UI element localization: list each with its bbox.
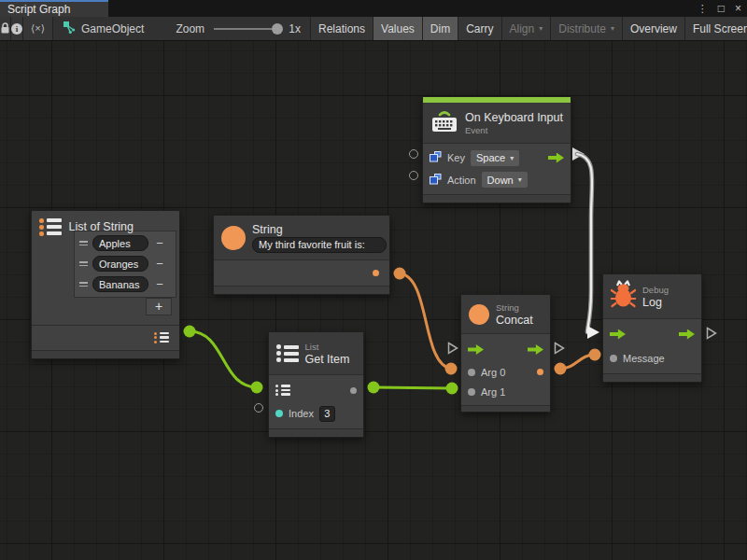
align-dropdown[interactable]: Align ▾ xyxy=(502,17,552,40)
string-value-input[interactable] xyxy=(252,237,387,253)
lock-button[interactable] xyxy=(0,17,11,40)
edit-source-button[interactable]: ⟨×⟩ xyxy=(23,17,53,40)
unconnected-trigger-triangle[interactable] xyxy=(554,342,565,355)
list-editor: − − − xyxy=(74,231,176,298)
code-icon: ⟨×⟩ xyxy=(31,22,45,35)
index-input-row: Index xyxy=(269,402,363,425)
info-icon: i xyxy=(11,23,22,35)
list-item-row: − xyxy=(78,234,173,253)
list-input-port-icon[interactable] xyxy=(275,385,290,396)
node-get-item[interactable]: List Get Item Index xyxy=(268,331,364,438)
list-output-port-icon[interactable] xyxy=(154,332,169,343)
graph-toolbar: i ⟨×⟩ GameObject Zoom 1x Relations xyxy=(0,17,747,41)
string-output-port[interactable] xyxy=(373,270,379,276)
trigger-out-arrow[interactable] xyxy=(548,153,564,163)
list-item-input[interactable] xyxy=(92,276,148,292)
keyboard-icon xyxy=(430,108,458,137)
chevron-down-icon: ▾ xyxy=(518,175,522,184)
drag-handle-icon[interactable] xyxy=(78,282,89,287)
node-title: On Keyboard Input xyxy=(465,111,563,124)
drag-handle-icon[interactable] xyxy=(78,241,89,245)
unconnected-port-circle[interactable] xyxy=(409,149,418,159)
item-output-port[interactable] xyxy=(350,387,357,394)
key-dropdown[interactable]: Space ▾ xyxy=(471,150,519,166)
add-item-button[interactable]: + xyxy=(146,298,172,315)
relations-toggle[interactable]: Relations xyxy=(311,17,374,40)
zoom-label: Zoom xyxy=(176,22,204,35)
concat-wire xyxy=(560,355,595,369)
node-title: Get Item xyxy=(305,353,350,366)
distribute-dropdown[interactable]: Distribute ▾ xyxy=(551,17,623,40)
arg1-input-port[interactable] xyxy=(468,388,475,396)
chevron-down-icon: ▾ xyxy=(539,24,543,33)
arg1-label: Arg 1 xyxy=(481,386,505,398)
list-item-row: − xyxy=(78,275,173,294)
node-footer xyxy=(603,373,701,382)
action-port-label: Action xyxy=(447,175,476,186)
node-string-literal[interactable]: String xyxy=(213,215,390,295)
item-wire xyxy=(374,387,452,388)
string-wire xyxy=(400,273,451,369)
carry-toggle[interactable]: Carry xyxy=(458,17,501,40)
trigger-out-arrow[interactable] xyxy=(679,329,695,340)
node-list-of-string[interactable]: List of String − − xyxy=(31,210,180,359)
node-footer xyxy=(269,428,363,437)
close-icon[interactable]: × xyxy=(735,2,741,15)
message-input-port[interactable] xyxy=(610,355,617,362)
maximize-icon[interactable]: □ xyxy=(718,2,725,15)
list-item-input[interactable] xyxy=(92,256,148,272)
key-port-label: Key xyxy=(447,152,465,163)
node-subtitle: Debug xyxy=(642,285,669,295)
trigger-row xyxy=(603,322,701,346)
overview-button[interactable]: Overview xyxy=(623,17,685,40)
tab-script-graph[interactable]: Script Graph xyxy=(0,0,108,17)
graph-canvas[interactable]: On Keyboard Input Event Key Space ▾ xyxy=(0,41,747,560)
embed-value-icon xyxy=(430,172,442,189)
unconnected-port-circle[interactable] xyxy=(254,403,263,413)
remove-item-button[interactable]: − xyxy=(152,258,167,270)
zoom-value: 1x xyxy=(289,22,301,35)
values-toggle[interactable]: Values xyxy=(374,17,423,40)
gameobject-label[interactable]: GameObject xyxy=(81,22,144,35)
dim-toggle[interactable]: Dim xyxy=(423,17,458,40)
remove-item-button[interactable]: − xyxy=(152,237,167,249)
trigger-out-arrow[interactable] xyxy=(528,344,543,355)
node-subtitle: String xyxy=(496,302,533,313)
zoom-slider-handle[interactable] xyxy=(272,23,283,35)
node-concat[interactable]: String Concat Arg 0 Arg 1 xyxy=(460,294,551,413)
window-menu-icon[interactable]: ⋮ xyxy=(698,3,708,15)
message-label: Message xyxy=(623,353,665,364)
node-title: String xyxy=(252,223,387,236)
arg1-row: Arg 1 xyxy=(461,382,550,401)
list-icon xyxy=(39,218,62,236)
drag-handle-icon[interactable] xyxy=(78,261,89,266)
unconnected-trigger-triangle[interactable] xyxy=(447,342,458,355)
trigger-in-arrow[interactable] xyxy=(468,344,484,355)
node-debug-log[interactable]: Debug Log Message xyxy=(602,273,702,383)
node-footer xyxy=(214,286,389,294)
list-item-input[interactable] xyxy=(92,235,148,251)
index-input-port[interactable] xyxy=(275,410,283,417)
inspector-button[interactable]: i xyxy=(11,17,23,40)
fullscreen-button[interactable]: Full Screen xyxy=(685,17,747,40)
list-output-row xyxy=(32,325,179,350)
node-footer xyxy=(32,350,179,358)
unconnected-port-circle[interactable] xyxy=(409,171,418,180)
arg0-input-port[interactable] xyxy=(468,369,475,376)
unconnected-trigger-triangle[interactable] xyxy=(706,327,717,340)
trigger-in-arrow[interactable] xyxy=(610,329,626,340)
zoom-slider[interactable] xyxy=(214,28,281,30)
string-output-row xyxy=(214,260,389,286)
list-wire xyxy=(190,331,257,387)
action-dropdown[interactable]: Down ▾ xyxy=(482,172,528,188)
node-on-keyboard-input[interactable]: On Keyboard Input Event Key Space ▾ xyxy=(422,96,571,203)
control-wire xyxy=(577,154,592,332)
string-icon xyxy=(221,226,246,250)
index-label: Index xyxy=(289,408,314,419)
remove-item-button[interactable]: − xyxy=(152,278,167,290)
lock-icon xyxy=(0,22,10,35)
trigger-row xyxy=(461,337,550,362)
node-title: Concat xyxy=(496,314,533,327)
index-value-input[interactable] xyxy=(319,406,335,422)
result-output-port[interactable] xyxy=(537,369,543,375)
